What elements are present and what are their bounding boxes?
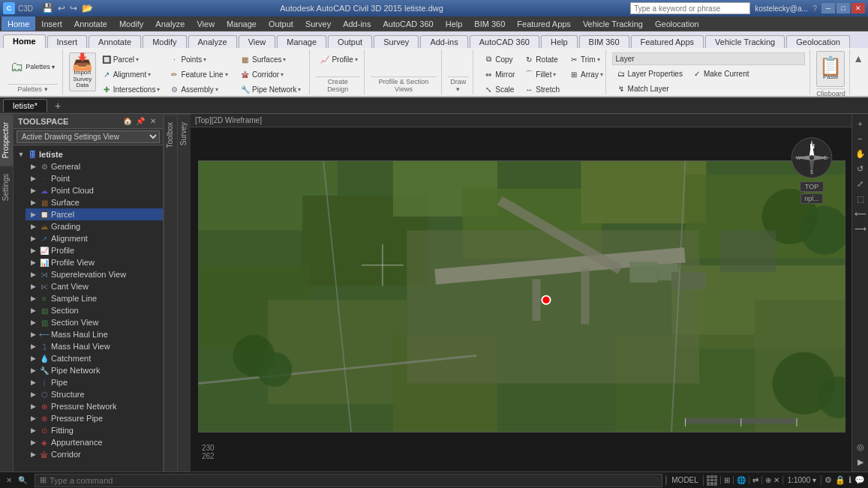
array-button[interactable]: ⊞ Array ▾ (565, 67, 607, 81)
info-icon[interactable]: ℹ (848, 475, 851, 485)
menu-modify[interactable]: Modify (113, 16, 149, 31)
tree-item-pressure-pipe[interactable]: ▶ ⊗ Pressure Pipe (26, 412, 163, 424)
tree-item-pipe-network[interactable]: ▶ 🔧 Pipe Network (26, 364, 163, 376)
feature-line-button[interactable]: ✏ Feature Line ▾ (165, 67, 235, 81)
toolspace-icon1[interactable]: 🏠 (122, 116, 133, 127)
settings-status-icon[interactable]: ⚙ (824, 475, 832, 485)
quick-undo-icon[interactable]: ↩ (58, 3, 65, 13)
tree-item-fitting[interactable]: ▶ ⊙ Fitting (26, 424, 163, 436)
tree-item-surface[interactable]: ▶ ▦ Surface (26, 196, 163, 208)
tree-item-alignment[interactable]: ▶ ↗ Alignment (26, 232, 163, 244)
alignment-button[interactable]: ↗ Alignment ▾ (98, 67, 164, 81)
tree-item-section-view[interactable]: ▶ ▥ Section View (26, 316, 163, 328)
menu-vehicle[interactable]: Vehicle Tracking (577, 16, 649, 31)
import-survey-data-button[interactable]: 📥 Import Survey Data (69, 52, 96, 91)
canvas-area[interactable]: [Top][2D Wireframe] (191, 114, 868, 472)
zoom-in-button[interactable]: + (854, 117, 867, 130)
rotate-button[interactable]: ↻ Rotate (520, 52, 563, 66)
otrack-icon[interactable]: ✕ (773, 476, 779, 484)
menu-help[interactable]: Help (440, 16, 469, 31)
menu-output[interactable]: Output (263, 16, 299, 31)
prospector-tab[interactable]: Prospector (0, 114, 13, 166)
tree-item-profile-view[interactable]: ▶ 📊 Profile View (26, 256, 163, 268)
points-button[interactable]: · Points ▾ (165, 52, 235, 66)
sync-button[interactable]: ⇄ (749, 476, 761, 484)
pipe-network-button[interactable]: 🔧 Pipe Network ▾ (236, 82, 305, 96)
make-current-button[interactable]: ✓ Make Current (688, 67, 753, 80)
annotation-scale-button[interactable]: 🌐 (733, 476, 749, 484)
cmd-search-icon[interactable]: 🔍 (17, 475, 29, 487)
settings-tab[interactable]: Settings (0, 166, 13, 208)
menu-view[interactable]: View (191, 16, 221, 31)
map-viewport[interactable]: N S E W TOP npl... (198, 129, 845, 464)
tree-item-grading[interactable]: ▶ ⛰ Grading (26, 220, 163, 232)
tree-item-parcel[interactable]: ▶ 🔲 Parcel (26, 208, 163, 220)
fillet-button[interactable]: ⌒ Fillet ▾ (520, 67, 563, 81)
minimize-button[interactable]: ─ (821, 3, 835, 13)
intersections-button[interactable]: ✚ Intersections ▾ (98, 82, 164, 96)
ribbon-tab-help[interactable]: Help (541, 35, 578, 48)
steering-wheel-button[interactable]: ◎ (854, 440, 867, 454)
ribbon-tab-survey[interactable]: Survey (374, 35, 419, 48)
ribbon-tab-bim360[interactable]: BIM 360 (579, 35, 629, 48)
surfaces-button[interactable]: ▦ Surfaces ▾ (236, 52, 305, 66)
pan-button[interactable]: ✋ (854, 147, 867, 160)
menu-featuredapps[interactable]: Featured Apps (511, 16, 577, 31)
tree-item-pressure-network[interactable]: ▶ ⊕ Pressure Network (26, 400, 163, 412)
view-grid-button[interactable] (707, 475, 717, 486)
previous-view-button[interactable]: ⟵ (854, 207, 867, 220)
zoom-scale-display[interactable]: 1:1000 ▾ (782, 476, 821, 484)
assembly-button[interactable]: ⚙ Assembly ▾ (165, 82, 235, 96)
menu-survey[interactable]: Survey (299, 16, 337, 31)
close-button[interactable]: ✕ (851, 3, 865, 13)
help-icon[interactable]: ? (812, 4, 817, 13)
ribbon-tab-modify[interactable]: Modify (143, 35, 186, 48)
tree-item-point[interactable]: ▶ · Point (26, 172, 163, 184)
file-tab-letiste[interactable]: letiste* (3, 99, 47, 112)
collapse-ribbon-button[interactable]: ▲ (851, 51, 865, 66)
menu-autocad360[interactable]: AutoCAD 360 (377, 16, 439, 31)
create-design-title[interactable]: Create Design (316, 76, 359, 93)
tree-item-corridor[interactable]: ▶ 🛣 Corridor (26, 448, 163, 460)
survey-tab[interactable]: Survey (178, 114, 191, 153)
tree-item-structure[interactable]: ▶ ⬡ Structure (26, 388, 163, 400)
ribbon-tab-addins[interactable]: Add-ins (420, 35, 467, 48)
draw-title[interactable]: Draw ▾ (448, 76, 468, 93)
copy-button[interactable]: ⧉ Copy (479, 52, 518, 66)
menu-bim360[interactable]: BIM 360 (468, 16, 511, 31)
model-label[interactable]: MODEL (666, 476, 703, 484)
ribbon-tab-manage[interactable]: Manage (277, 35, 326, 48)
quick-redo-icon[interactable]: ↪ (70, 3, 77, 13)
ribbon-tab-view[interactable]: View (239, 35, 276, 48)
new-tab-button[interactable]: + (50, 99, 65, 112)
tree-item-general[interactable]: ▶ ⚙ General (26, 160, 163, 172)
match-layer-button[interactable]: ↯ Match Layer (612, 82, 673, 95)
layer-properties-button[interactable]: 🗂 Layer Properties (612, 67, 686, 80)
lock-icon[interactable]: 🔒 (835, 475, 845, 485)
ribbon-tab-geo[interactable]: Geolocation (786, 35, 850, 48)
tree-item-catchment[interactable]: ▶ 💧 Catchment (26, 352, 163, 364)
cmd-minimize-icon[interactable]: ✕ (3, 475, 15, 487)
toolspace-icon2[interactable]: 📌 (135, 116, 146, 127)
maximize-button[interactable]: □ (836, 3, 850, 13)
trim-button[interactable]: ✂ Trim ▾ (565, 52, 607, 66)
ribbon-tab-featured[interactable]: Featured Apps (631, 35, 704, 48)
ribbon-tab-autocad360[interactable]: AutoCAD 360 (470, 35, 539, 48)
scale-button[interactable]: ⤡ Scale (479, 82, 518, 96)
window-button[interactable]: ⬚ (854, 192, 867, 205)
ribbon-tab-analyze[interactable]: Analyze (188, 35, 237, 48)
quick-open-icon[interactable]: 📂 (82, 3, 93, 13)
stretch-button[interactable]: ↔ Stretch (520, 82, 563, 96)
tree-item-point-cloud[interactable]: ▶ ☁ Point Cloud (26, 184, 163, 196)
tree-item-sample-line[interactable]: ▶ ≡ Sample Line (26, 292, 163, 304)
menu-insert[interactable]: Insert (35, 16, 68, 31)
next-view-button[interactable]: ⟶ (854, 222, 867, 235)
menu-addins[interactable]: Add-ins (337, 16, 377, 31)
quick-save-icon[interactable]: 💾 (42, 3, 53, 13)
tree-item-pipe[interactable]: ▶ | Pipe (26, 376, 163, 388)
tree-item-cant-view[interactable]: ▶ ⋉ Cant View (26, 280, 163, 292)
menu-manage[interactable]: Manage (221, 16, 263, 31)
menu-home[interactable]: Home (2, 16, 35, 31)
command-input[interactable] (50, 476, 657, 485)
mirror-button[interactable]: ⇔ Mirror (479, 67, 518, 81)
